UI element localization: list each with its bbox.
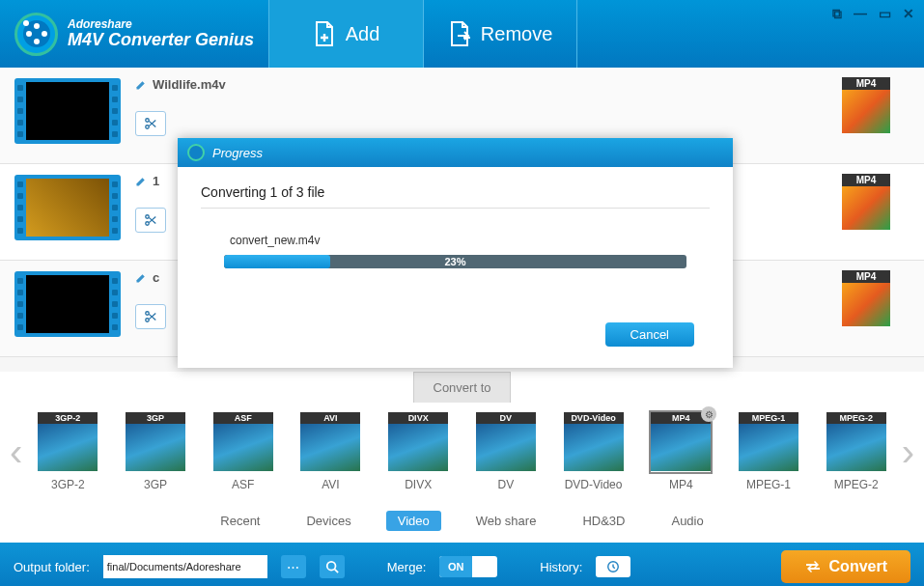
remove-file-icon <box>448 20 471 47</box>
remove-button[interactable]: Remove <box>423 0 577 68</box>
logo-icon <box>14 13 58 56</box>
format-dv[interactable]: DVDV <box>476 412 536 491</box>
formats-prev-arrow[interactable]: ‹ <box>8 431 24 474</box>
format-card: 3GP-2 <box>38 412 98 472</box>
format-dvd-video[interactable]: DVD-VideoDVD-Video <box>564 412 624 491</box>
file-name: Wildlife.m4v <box>153 77 226 92</box>
convert-label: Convert <box>829 558 887 575</box>
format-card: DIVX <box>388 412 448 472</box>
convert-icon <box>804 558 822 575</box>
file-name: 1 <box>153 174 159 188</box>
window-controls: ⧉ — ▭ ✕ <box>832 6 914 22</box>
format-label: MPEG-2 <box>834 478 879 491</box>
history-button[interactable] <box>596 556 630 577</box>
add-label: Add <box>346 23 380 45</box>
format-label: DV <box>498 478 515 491</box>
category-tabs: Recent Devices Video Web share HD&3D Aud… <box>0 501 924 543</box>
minimize-icon[interactable]: — <box>854 6 867 22</box>
format-avi[interactable]: AVIAVI <box>300 412 360 491</box>
merge-toggle[interactable]: ON <box>439 556 497 577</box>
svg-point-2 <box>146 215 150 219</box>
close-icon[interactable]: ✕ <box>903 6 914 22</box>
format-card: MPEG-1 <box>739 412 798 472</box>
progress-file-name: convert_new.m4v <box>230 234 710 247</box>
output-folder-input[interactable]: final/Documents/Adoreshare <box>103 555 267 578</box>
maximize-icon[interactable]: ▭ <box>879 6 891 22</box>
edit-icon[interactable] <box>135 272 147 284</box>
format-3gp-2[interactable]: 3GP-23GP-2 <box>38 412 98 491</box>
formats-next-arrow[interactable]: › <box>900 431 916 474</box>
file-name: c <box>153 270 159 285</box>
format-mp4[interactable]: MP4⚙MP4 <box>651 412 711 491</box>
app-logo: Adoreshare M4V Converter Genius <box>0 13 268 56</box>
scissors-icon <box>144 310 157 323</box>
tab-audio[interactable]: Audio <box>659 511 714 531</box>
remove-label: Remove <box>481 23 552 45</box>
svg-point-4 <box>146 312 150 316</box>
svg-point-5 <box>146 319 150 322</box>
app-header: Adoreshare M4V Converter Genius Add Remo… <box>0 0 924 68</box>
scissors-icon <box>144 117 157 130</box>
add-button[interactable]: Add <box>268 0 423 68</box>
format-label: DVD-Video <box>565 478 623 491</box>
progress-percent: 23% <box>224 255 686 268</box>
output-folder-label: Output folder: <box>14 560 90 574</box>
progress-dialog: Progress Converting 1 of 3 file convert_… <box>178 138 733 368</box>
format-mpeg-2[interactable]: MPEG-2MPEG-2 <box>826 412 886 491</box>
format-label: MP4 <box>669 478 693 491</box>
format-mpeg-1[interactable]: MPEG-1MPEG-1 <box>739 412 798 491</box>
format-label: 3GP <box>144 478 167 491</box>
dialog-logo-icon <box>187 144 205 161</box>
footer-bar: Output folder: final/Documents/Adoreshar… <box>0 543 924 586</box>
format-card: MPEG-2 <box>826 412 886 472</box>
progress-bar: 23% <box>224 255 686 268</box>
skin-icon[interactable]: ⧉ <box>832 6 842 22</box>
svg-point-0 <box>146 119 150 123</box>
trim-button[interactable] <box>135 111 166 136</box>
format-card: DVD-Video <box>564 412 624 472</box>
output-format-badge[interactable]: MP4 <box>842 174 890 232</box>
tab-web-share[interactable]: Web share <box>464 511 548 531</box>
svg-point-3 <box>146 222 150 226</box>
brand-name: Adoreshare <box>68 18 254 31</box>
format-card: MP4⚙ <box>651 412 711 472</box>
format-divx[interactable]: DIVXDIVX <box>388 412 448 491</box>
tab-hd-3d[interactable]: HD&3D <box>571 511 636 531</box>
tab-video[interactable]: Video <box>386 511 441 531</box>
browse-folder-button[interactable]: ⋯ <box>281 555 306 578</box>
search-icon <box>325 560 339 573</box>
output-format-badge[interactable]: MP4 <box>842 270 890 328</box>
svg-point-6 <box>327 562 336 571</box>
thumbnail <box>14 78 121 144</box>
convert-button[interactable]: Convert <box>781 550 910 583</box>
format-label: 3GP-2 <box>51 478 85 491</box>
edit-icon[interactable] <box>135 176 147 187</box>
thumbnail <box>14 175 121 240</box>
output-format-badge[interactable]: MP4 <box>842 77 890 135</box>
progress-heading: Converting 1 of 3 file <box>201 184 710 209</box>
format-card: AVI <box>300 412 360 472</box>
edit-icon[interactable] <box>135 79 147 91</box>
merge-on-label: ON <box>439 556 472 577</box>
trim-button[interactable] <box>135 208 166 233</box>
format-label: DIVX <box>405 478 432 491</box>
format-3gp[interactable]: 3GP3GP <box>126 412 185 491</box>
convert-to-tab: Convert to <box>413 372 512 403</box>
format-card: 3GP <box>126 412 185 472</box>
history-label: History: <box>540 560 582 574</box>
thumbnail <box>14 271 121 337</box>
open-folder-button[interactable] <box>320 555 345 578</box>
gear-icon[interactable]: ⚙ <box>701 406 716 422</box>
cancel-button[interactable]: Cancel <box>605 322 694 347</box>
format-asf[interactable]: ASFASF <box>213 412 273 491</box>
clock-icon <box>606 560 620 573</box>
dialog-titlebar[interactable]: Progress <box>178 138 733 167</box>
tab-devices[interactable]: Devices <box>294 511 362 531</box>
svg-point-1 <box>146 126 150 129</box>
format-label: ASF <box>232 478 254 491</box>
convert-to-panel: Convert to ‹ 3GP-23GP-23GP3GPASFASFAVIAV… <box>0 372 924 543</box>
tab-recent[interactable]: Recent <box>209 511 271 531</box>
trim-button[interactable] <box>135 304 166 329</box>
format-card: DV <box>476 412 536 472</box>
format-label: AVI <box>322 478 339 491</box>
